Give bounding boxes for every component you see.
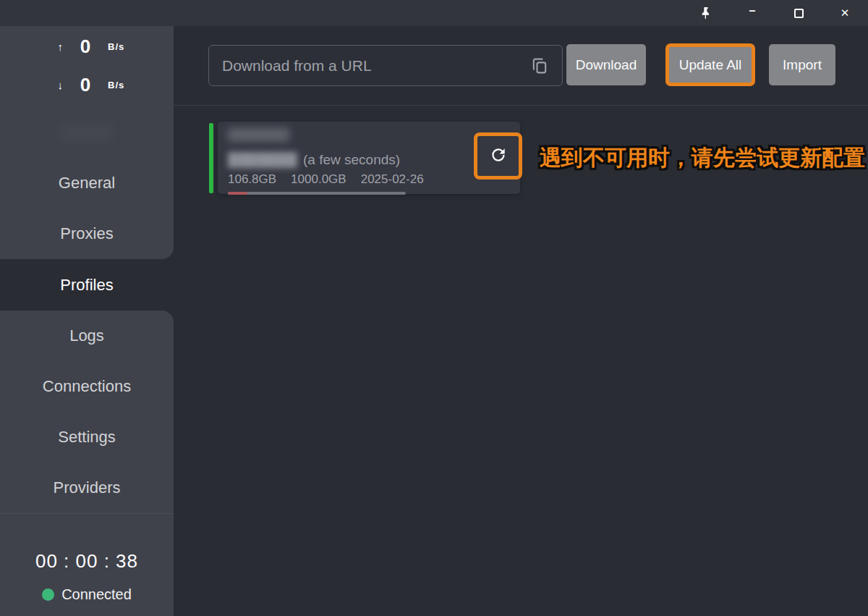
profile-total: 1000.0GB	[291, 172, 346, 187]
upload-arrow-icon: ↑	[22, 41, 63, 53]
profile-stats-row: 106.8GB 1000.0GB 2025-02-26	[228, 172, 510, 187]
minimize-icon: –	[749, 4, 756, 17]
pushpin-icon	[700, 7, 712, 20]
traffic-progress-track	[228, 192, 406, 195]
connection-status: Connected	[0, 586, 174, 603]
update-all-button[interactable]: Update All	[665, 43, 755, 86]
copy-icon[interactable]	[529, 56, 550, 76]
traffic-panel: ↑ 0 B/s ↓ 0 B/s	[0, 26, 174, 105]
redacted-profile-name: ████████	[228, 152, 297, 168]
download-button[interactable]: Download	[566, 44, 646, 85]
sidebar-item-profiles[interactable]: Profiles	[0, 259, 174, 311]
download-speed-unit: B/s	[108, 80, 151, 90]
download-speed-value: 0	[63, 74, 108, 96]
sidebar-item-settings[interactable]: Settings	[0, 412, 174, 463]
tutorial-tip-text: 遇到不可用时，请先尝试更新配置	[540, 143, 865, 173]
maximize-button[interactable]	[775, 0, 822, 26]
sidebar-item-providers[interactable]: Providers	[0, 463, 174, 513]
connection-status-label: Connected	[61, 586, 132, 603]
progress-fill	[228, 192, 247, 195]
profile-updated-ago: (a few seconds)	[303, 152, 400, 168]
uptime-timer: 00 : 00 : 38	[0, 550, 174, 573]
import-button[interactable]: Import	[769, 44, 835, 85]
profile-refresh-button[interactable]	[477, 136, 519, 176]
sidebar-item-general[interactable]: General	[0, 158, 174, 208]
redacted-profile-title: ████████	[228, 127, 289, 142]
sidebar-nav-top: ▒▒▒▒▒ General Proxies	[0, 106, 174, 259]
sidebar-item-logs[interactable]: Logs	[0, 311, 174, 361]
minimize-button[interactable]: –	[729, 0, 775, 26]
connected-dot-icon	[42, 588, 54, 601]
download-speed-row: ↓ 0 B/s	[0, 74, 174, 96]
titlebar: – ✕	[0, 0, 868, 26]
upload-speed-unit: B/s	[108, 41, 151, 52]
profile-active-bar	[209, 123, 213, 193]
maximize-square-icon	[794, 9, 804, 18]
sidebar-item-proxies[interactable]: Proxies	[0, 208, 174, 259]
sidebar-nav-bottom: Logs Connections Settings Providers	[0, 311, 174, 513]
pin-button[interactable]	[683, 0, 729, 26]
sidebar-item-connections[interactable]: Connections	[0, 361, 174, 412]
refresh-highlight-box	[474, 132, 522, 180]
close-button[interactable]: ✕	[822, 0, 868, 26]
profile-name-row: ████████ (a few seconds)	[228, 152, 510, 168]
download-arrow-icon: ↓	[22, 79, 63, 91]
upload-speed-value: 0	[63, 35, 108, 58]
close-icon: ✕	[841, 7, 850, 20]
refresh-icon	[489, 145, 508, 166]
url-input[interactable]	[208, 45, 563, 86]
upload-speed-row: ↑ 0 B/s	[0, 35, 174, 58]
redacted-sidebar-item: ▒▒▒▒▒	[0, 106, 174, 158]
profile-expire-date: 2025-02-26	[361, 172, 424, 187]
profile-used: 106.8GB	[228, 172, 276, 187]
